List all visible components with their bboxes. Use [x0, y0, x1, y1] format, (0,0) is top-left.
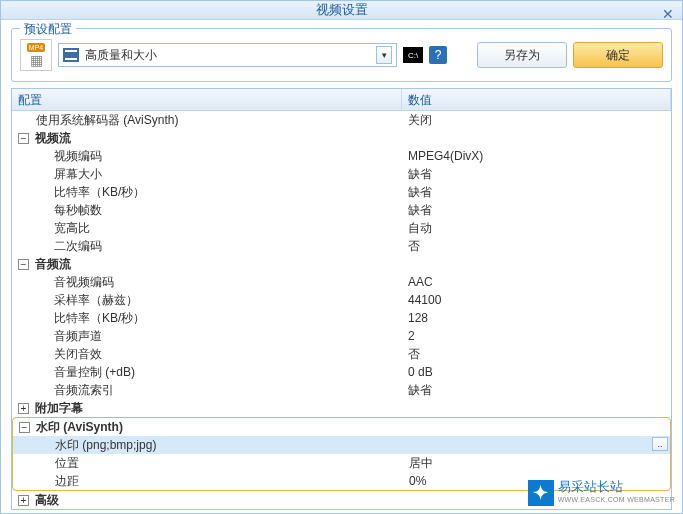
group-label: 高级 [35, 491, 59, 509]
setting-value[interactable]: 缺省 [402, 183, 671, 201]
setting-value[interactable]: 44100 [402, 291, 671, 309]
setting-label: 屏幕大小 [54, 165, 102, 183]
setting-value[interactable]: 2 [402, 327, 671, 345]
settings-grid: 配置 数值 使用系统解码器 (AviSynth)关闭−视频流视频编码MPEG4(… [11, 88, 672, 510]
setting-value[interactable]: 居中 [403, 454, 670, 472]
setting-label: 水印 (png;bmp;jpg) [55, 436, 156, 454]
collapse-icon[interactable]: − [19, 422, 30, 433]
setting-value [403, 418, 670, 436]
grid-header: 配置 数值 [12, 89, 671, 111]
group-row[interactable]: −视频流 [12, 129, 671, 147]
setting-value[interactable]: 128 [402, 309, 671, 327]
setting-value[interactable]: 缺省 [402, 165, 671, 183]
setting-row[interactable]: 比特率（KB/秒）缺省 [12, 183, 671, 201]
mp4-format-icon: MP4 ▦ [20, 39, 52, 71]
setting-label: 二次编码 [54, 237, 102, 255]
setting-row[interactable]: 音量控制 (+dB)0 dB [12, 363, 671, 381]
video-settings-window: 视频设置 ✕ 预设配置 MP4 ▦ 高质量和大小 ▾ C:\ ? 另存为 确定 [0, 0, 683, 514]
setting-row[interactable]: 二次编码否 [12, 237, 671, 255]
setting-value[interactable]: 缺省 [402, 201, 671, 219]
setting-label: 音频声道 [54, 327, 102, 345]
setting-row[interactable]: 屏幕大小缺省 [12, 165, 671, 183]
chevron-down-icon[interactable]: ▾ [376, 46, 392, 64]
setting-row[interactable]: 位置居中 [13, 454, 670, 472]
setting-value[interactable]: 自动 [402, 219, 671, 237]
header-config: 配置 [12, 89, 402, 110]
film-icon [63, 48, 79, 62]
setting-value[interactable]: 关闭 [402, 111, 671, 129]
setting-label: 比特率（KB/秒） [54, 309, 145, 327]
setting-label: 使用系统解码器 (AviSynth) [36, 111, 178, 129]
group-row[interactable]: −水印 (AviSynth) [13, 418, 670, 436]
group-label: 附加字幕 [35, 399, 83, 417]
setting-label: 视频编码 [54, 147, 102, 165]
help-icon[interactable]: ? [429, 46, 447, 64]
logo-icon: ✦ [528, 480, 554, 506]
setting-label: 音量控制 (+dB) [54, 363, 135, 381]
setting-value[interactable]: MPEG4(DivX) [402, 147, 671, 165]
setting-row[interactable]: 音视频编码AAC [12, 273, 671, 291]
group-row[interactable]: −音频流 [12, 255, 671, 273]
setting-row[interactable]: 关闭音效否 [12, 345, 671, 363]
setting-row[interactable]: 水印 (png;bmp;jpg).. [13, 436, 670, 454]
setting-value[interactable]: 否 [402, 237, 671, 255]
preset-selected-text: 高质量和大小 [85, 47, 376, 64]
group-row[interactable]: +附加字幕 [12, 399, 671, 417]
setting-row[interactable]: 音频流索引缺省 [12, 381, 671, 399]
ok-button[interactable]: 确定 [573, 42, 663, 68]
setting-value [402, 129, 671, 147]
header-value: 数值 [402, 89, 671, 110]
setting-value[interactable]: .. [403, 436, 670, 454]
setting-label: 比特率（KB/秒） [54, 183, 145, 201]
logo-text: 易采站长站 [558, 480, 675, 493]
setting-row[interactable]: 视频编码MPEG4(DivX) [12, 147, 671, 165]
setting-value [402, 399, 671, 417]
setting-value [402, 255, 671, 273]
expand-icon[interactable]: + [18, 403, 29, 414]
setting-row[interactable]: 采样率（赫兹）44100 [12, 291, 671, 309]
group-label: 音频流 [35, 255, 71, 273]
setting-value[interactable]: AAC [402, 273, 671, 291]
setting-label: 位置 [55, 454, 79, 472]
setting-label: 采样率（赫兹） [54, 291, 138, 309]
cmd-icon[interactable]: C:\ [403, 47, 423, 63]
group-label: 水印 (AviSynth) [36, 418, 123, 436]
setting-row[interactable]: 每秒帧数缺省 [12, 201, 671, 219]
setting-label: 音频流索引 [54, 381, 114, 399]
setting-label: 关闭音效 [54, 345, 102, 363]
setting-value[interactable]: 否 [402, 345, 671, 363]
setting-label: 音视频编码 [54, 273, 114, 291]
preset-fieldset: 预设配置 MP4 ▦ 高质量和大小 ▾ C:\ ? 另存为 确定 [11, 28, 672, 82]
setting-row[interactable]: 使用系统解码器 (AviSynth)关闭 [12, 111, 671, 129]
setting-label: 宽高比 [54, 219, 90, 237]
setting-row[interactable]: 音频声道2 [12, 327, 671, 345]
collapse-icon[interactable]: − [18, 133, 29, 144]
browse-button[interactable]: .. [652, 437, 668, 451]
setting-value[interactable]: 缺省 [402, 381, 671, 399]
setting-row[interactable]: 比特率（KB/秒）128 [12, 309, 671, 327]
save-as-button[interactable]: 另存为 [477, 42, 567, 68]
logo-subtext: WWW.EASCK.COM WEBMASTER [558, 493, 675, 506]
collapse-icon[interactable]: − [18, 259, 29, 270]
setting-label: 边距 [55, 472, 79, 490]
preset-dropdown[interactable]: 高质量和大小 ▾ [58, 43, 397, 67]
expand-icon[interactable]: + [18, 495, 29, 506]
site-watermark: ✦ 易采站长站 WWW.EASCK.COM WEBMASTER [528, 480, 675, 506]
setting-row[interactable]: 宽高比自动 [12, 219, 671, 237]
window-title: 视频设置 [316, 1, 368, 19]
close-icon[interactable]: ✕ [660, 7, 676, 23]
preset-legend: 预设配置 [20, 21, 76, 38]
group-label: 视频流 [35, 129, 71, 147]
setting-label: 每秒帧数 [54, 201, 102, 219]
grid-body[interactable]: 使用系统解码器 (AviSynth)关闭−视频流视频编码MPEG4(DivX)屏… [12, 111, 671, 509]
titlebar: 视频设置 ✕ [1, 1, 682, 20]
setting-value[interactable]: 0 dB [402, 363, 671, 381]
